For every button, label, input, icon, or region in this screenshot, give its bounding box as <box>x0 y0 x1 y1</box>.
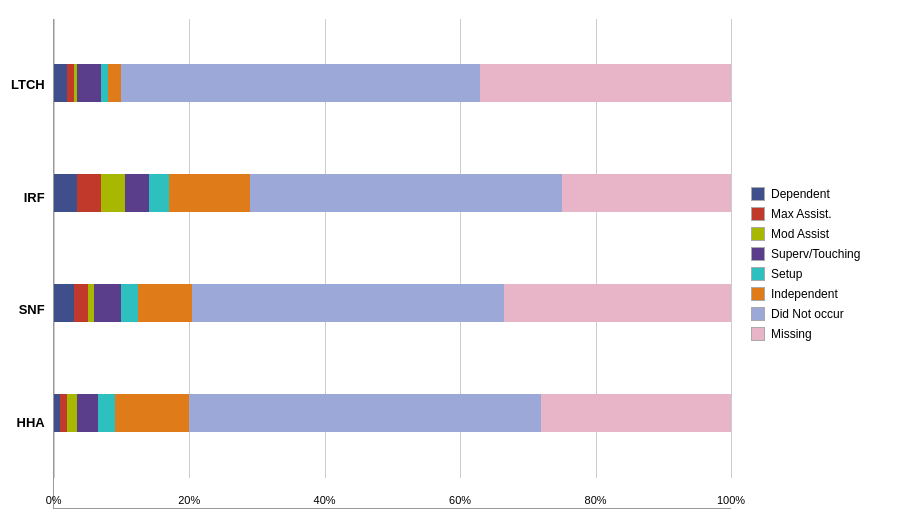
y-axis-label-irf: IRF <box>11 190 45 205</box>
chart-area: LTCHIRFSNFHHA 0%20%40%60%80%100% <box>11 19 731 509</box>
x-axis-label: 80% <box>585 494 607 506</box>
chart-container: LTCHIRFSNFHHA 0%20%40%60%80%100% Depende… <box>11 9 891 519</box>
x-axis-label: 60% <box>449 494 471 506</box>
legend-label: Mod Assist <box>771 227 829 241</box>
bar-segment <box>77 64 101 102</box>
legend-item: Did Not occur <box>751 307 891 321</box>
legend-item: Max Assist. <box>751 207 891 221</box>
x-axis-labels: 0%20%40%60%80%100% <box>54 478 731 508</box>
bar-segment <box>149 174 169 212</box>
y-axis-labels: LTCHIRFSNFHHA <box>11 19 53 509</box>
bar-segment <box>54 64 68 102</box>
legend-label: Superv/Touching <box>771 247 860 261</box>
bar-segment <box>125 174 149 212</box>
legend-label: Setup <box>771 267 802 281</box>
bar-segment <box>54 394 61 432</box>
legend-label: Dependent <box>771 187 830 201</box>
bar-segment <box>250 174 562 212</box>
legend-item: Dependent <box>751 187 891 201</box>
bar-segment <box>94 284 121 322</box>
bar-row-hha <box>54 394 731 432</box>
y-axis-label-hha: HHA <box>11 415 45 430</box>
bar-segment <box>121 284 138 322</box>
bar-segment <box>101 64 108 102</box>
bar-segment <box>138 284 192 322</box>
bar-segment <box>54 174 78 212</box>
legend-item: Mod Assist <box>751 227 891 241</box>
legend-item: Independent <box>751 287 891 301</box>
legend-item: Missing <box>751 327 891 341</box>
bar-segment <box>562 174 731 212</box>
bar-segment <box>74 284 88 322</box>
x-axis-label: 0% <box>46 494 62 506</box>
bar-segment <box>88 284 95 322</box>
legend-color-box <box>751 247 765 261</box>
bar-segment <box>192 284 504 322</box>
bar-segment <box>67 394 77 432</box>
legend-label: Missing <box>771 327 812 341</box>
bar-segment <box>77 394 97 432</box>
legend-label: Independent <box>771 287 838 301</box>
legend-color-box <box>751 307 765 321</box>
bar-segment <box>504 284 731 322</box>
bar-segment <box>101 174 125 212</box>
legend-label: Did Not occur <box>771 307 844 321</box>
bar-segment <box>189 394 541 432</box>
x-axis-label: 40% <box>314 494 336 506</box>
bar-segment <box>108 64 122 102</box>
bar-segment <box>480 64 731 102</box>
bar-row-snf <box>54 284 731 322</box>
y-axis-label-ltch: LTCH <box>11 77 45 92</box>
x-axis-label: 20% <box>178 494 200 506</box>
legend-item: Setup <box>751 267 891 281</box>
bar-segment <box>60 394 67 432</box>
bars-wrapper <box>54 19 731 478</box>
bar-segment <box>121 64 480 102</box>
legend: DependentMax Assist.Mod AssistSuperv/Tou… <box>731 187 891 341</box>
legend-color-box <box>751 207 765 221</box>
bar-segment <box>54 284 74 322</box>
chart-body: LTCHIRFSNFHHA 0%20%40%60%80%100% <box>11 19 731 509</box>
legend-color-box <box>751 267 765 281</box>
bar-segment <box>541 394 731 432</box>
legend-color-box <box>751 187 765 201</box>
x-axis-label: 100% <box>717 494 745 506</box>
bar-segment <box>98 394 115 432</box>
legend-item: Superv/Touching <box>751 247 891 261</box>
bars-and-grid: 0%20%40%60%80%100% <box>53 19 731 509</box>
legend-color-box <box>751 287 765 301</box>
bar-segment <box>115 394 190 432</box>
legend-color-box <box>751 227 765 241</box>
bar-segment <box>169 174 250 212</box>
bar-segment <box>67 64 74 102</box>
bar-row-irf <box>54 174 731 212</box>
bar-row-ltch <box>54 64 731 102</box>
legend-color-box <box>751 327 765 341</box>
bar-segment <box>77 174 101 212</box>
legend-label: Max Assist. <box>771 207 832 221</box>
y-axis-label-snf: SNF <box>11 302 45 317</box>
